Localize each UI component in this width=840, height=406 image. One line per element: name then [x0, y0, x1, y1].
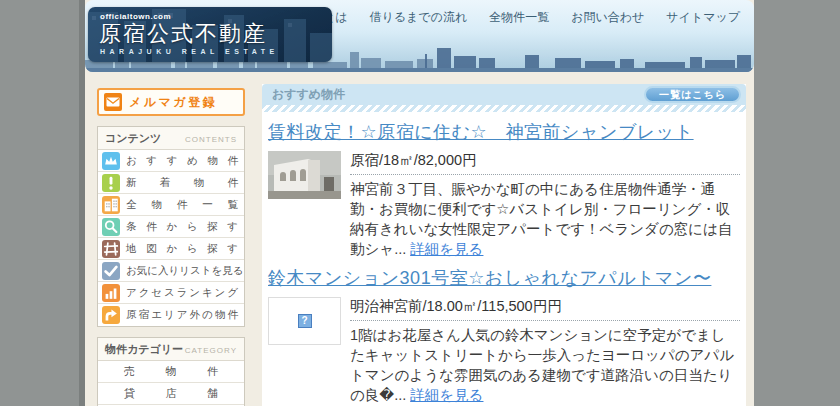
main-content: おすすめ物件 一覧はこちら 賃料改定！☆原宿に住む☆ 神宮前シャンブレット — [262, 84, 746, 406]
contents-menu-box: コンテンツ CONTENTS おすすめ物件 新着物件 — [97, 126, 245, 327]
listing-item: ? 明治神宮前/18.00㎡/115,500円円 1階はお花屋さん人気の鈴木マン… — [268, 297, 740, 405]
category-title: 物件カテゴリー — [105, 342, 183, 357]
mail-magazine-button[interactable]: メルマガ登録 — [97, 88, 245, 116]
category-item-shop-rental[interactable]: 貸店舗 — [98, 383, 244, 405]
sidebar-item-access-ranking[interactable]: アクセスランキング — [98, 282, 244, 304]
listing-details: 明治神宮前/18.00㎡/115,500円円 1階はお花屋さん人気の鈴木マンショ… — [350, 297, 740, 405]
nav-all-properties-link[interactable]: 全物件一覧 — [489, 9, 549, 26]
view-list-button[interactable]: 一覧はこちら — [644, 86, 741, 103]
striped-divider — [262, 105, 746, 112]
sidebar-item-search-by-map[interactable]: 地図から探す — [98, 238, 244, 260]
sidebar-item-label: おすすめ物件 — [126, 154, 238, 168]
header-banner: 原宿公式不動産とは 借りるまでの流れ 全物件一覧 お問い合わせ サイトマップ — [85, 0, 754, 72]
logo-title-text: 原宿公式不動産 — [99, 21, 332, 47]
details-link[interactable]: 詳細を見る — [410, 241, 483, 257]
category-menu-header: 物件カテゴリー CATEGORY — [98, 338, 244, 361]
sidebar-item-new-arrivals[interactable]: 新着物件 — [98, 172, 244, 194]
sidebar-item-label: 新着物件 — [126, 176, 238, 190]
listing-details: 原宿/18㎡/82,000円 神宮前３丁目、賑やかな町の中にある住居物件通学・通… — [350, 151, 740, 259]
envelope-icon — [104, 93, 122, 111]
exclamation-icon — [102, 174, 120, 192]
question-mark-icon: ? — [298, 314, 312, 328]
sidebar-item-label: お気に入りリストを見る — [126, 264, 238, 278]
contents-menu-header: コンテンツ CONTENTS — [98, 127, 244, 150]
contents-title: コンテンツ — [105, 131, 161, 146]
logo-domain-text: officialtown.com — [100, 12, 332, 21]
mail-magazine-label: メルマガ登録 — [129, 94, 217, 111]
section-title: おすすめ物件 — [262, 87, 345, 101]
sidebar-item-label: 全物件一覧 — [126, 198, 238, 212]
listing-description-text: 神宮前３丁目、賑やかな町の中にある住居物件通学・通勤・お買物に便利です☆バストイ… — [350, 181, 732, 257]
listing-description: 神宮前３丁目、賑やかな町の中にある住居物件通学・通勤・お買物に便利です☆バストイ… — [350, 179, 740, 259]
listing-list: 賃料改定！☆原宿に住む☆ 神宮前シャンブレット — [262, 115, 746, 405]
sidebar-item-favorites-list[interactable]: お気に入りリストを見る — [98, 260, 244, 282]
webpage: 原宿公式不動産とは 借りるまでの流れ 全物件一覧 お問い合わせ サイトマップ — [85, 0, 754, 406]
check-icon — [102, 262, 120, 280]
logo-subtitle-text: HARAJUKU REAL ESTATE — [100, 48, 332, 55]
recommended-section-bar: おすすめ物件 一覧はこちら — [262, 84, 746, 105]
bar-chart-icon — [102, 284, 120, 302]
sidebar-item-search-by-condition[interactable]: 条件から探す — [98, 216, 244, 238]
property-photo[interactable] — [268, 151, 341, 199]
sidebar-item-recommended[interactable]: おすすめ物件 — [98, 150, 244, 172]
listing-description: 1階はお花屋さん人気の鈴木マンションに空予定がでましたキャットストリートから一歩… — [350, 325, 740, 405]
details-link[interactable]: 詳細を見る — [410, 387, 483, 403]
contents-subtitle: CONTENTS — [185, 135, 237, 144]
listing-title-link[interactable]: 鈴木マンション301号室☆おしゃれなアパルトマン〜 — [266, 263, 740, 297]
sidebar-item-outside-area[interactable]: 原宿エリア外の物件 — [98, 304, 244, 326]
sidebar-item-label: 条件から探す — [126, 220, 238, 234]
sidebar: メルマガ登録 コンテンツ CONTENTS おすすめ物件 新着物件 — [97, 88, 245, 406]
listing-item: 原宿/18㎡/82,000円 神宮前３丁目、賑やかな町の中にある住居物件通学・通… — [268, 151, 740, 259]
nav-contact-link[interactable]: お問い合わせ — [571, 9, 644, 26]
listing-price: 明治神宮前/18.00㎡/115,500円円 — [350, 297, 740, 321]
nav-sitemap-link[interactable]: サイトマップ — [666, 9, 740, 26]
arrow-right-icon — [102, 306, 120, 324]
buildings-icon — [102, 196, 120, 214]
category-subtitle: CATEGORY — [185, 346, 237, 355]
listing-title-link[interactable]: 賃料改定！☆原宿に住む☆ 神宮前シャンブレット — [266, 117, 740, 151]
sidebar-item-label: アクセスランキング — [126, 286, 238, 300]
crown-icon — [102, 152, 120, 170]
listing-description-text: 1階はお花屋さん人気の鈴木マンションに空予定がでましたキャットストリートから一歩… — [350, 327, 734, 403]
sidebar-item-label: 原宿エリア外の物件 — [126, 308, 238, 322]
magnifier-icon — [102, 218, 120, 236]
category-menu-box: 物件カテゴリー CATEGORY 売物件 貸店舗 貸事務所 — [97, 337, 245, 406]
map-grid-icon — [102, 240, 120, 258]
sidebar-item-label: 地図から探す — [126, 242, 238, 256]
listing-price: 原宿/18㎡/82,000円 — [350, 151, 740, 175]
category-item-for-sale[interactable]: 売物件 — [98, 361, 244, 383]
sidebar-item-all-properties[interactable]: 全物件一覧 — [98, 194, 244, 216]
missing-photo-placeholder[interactable]: ? — [268, 297, 341, 345]
nav-rental-flow-link[interactable]: 借りるまでの流れ — [370, 9, 468, 26]
site-logo[interactable]: officialtown.com 原宿公式不動産 HARAJUKU REAL E… — [88, 7, 332, 62]
